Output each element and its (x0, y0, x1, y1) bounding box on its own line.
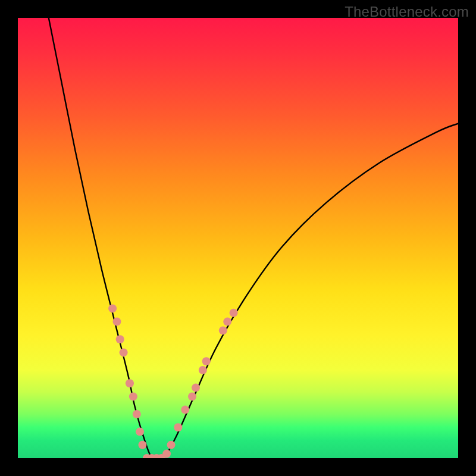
chart-stage: TheBottleneck.com (0, 0, 476, 476)
data-marker (192, 384, 200, 392)
data-marker (181, 406, 189, 414)
data-marker (138, 441, 146, 449)
data-marker (116, 335, 124, 343)
data-marker (174, 423, 182, 431)
data-marker (113, 318, 121, 326)
data-marker (129, 392, 137, 400)
data-marker (202, 357, 211, 365)
data-marker (219, 326, 227, 334)
data-marker (199, 366, 207, 374)
data-marker (188, 392, 196, 400)
data-marker (126, 379, 134, 387)
marker-group (108, 304, 238, 458)
data-marker (136, 428, 144, 436)
data-marker (223, 318, 231, 326)
data-marker (167, 441, 176, 449)
chart-svg (18, 18, 458, 458)
data-marker (230, 309, 238, 317)
data-marker (133, 410, 141, 418)
plot-area (18, 18, 458, 458)
data-marker (120, 348, 128, 356)
curve-path (49, 18, 458, 458)
data-marker (108, 304, 117, 312)
data-marker (162, 450, 171, 458)
